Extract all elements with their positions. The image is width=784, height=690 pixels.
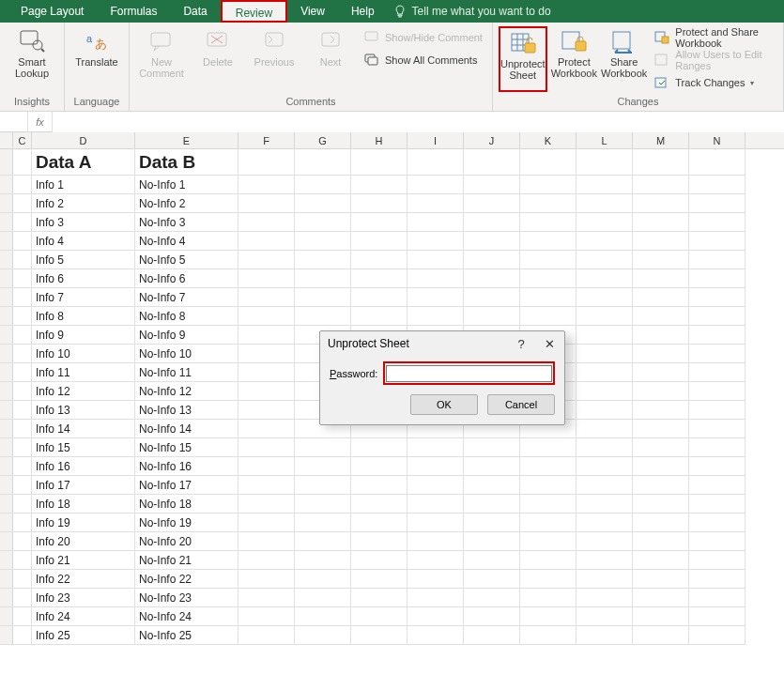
row-header[interactable]	[0, 438, 13, 457]
cell[interactable]	[633, 326, 689, 345]
cell[interactable]	[351, 476, 407, 495]
cell[interactable]	[351, 607, 407, 626]
cell[interactable]	[238, 532, 295, 551]
cell[interactable]: Info 14	[32, 420, 135, 438]
row-header[interactable]	[0, 345, 13, 363]
cell[interactable]: Info 2	[32, 194, 135, 213]
cell[interactable]: Info 6	[32, 269, 135, 288]
cell[interactable]	[13, 194, 32, 213]
cell[interactable]: Info 3	[32, 213, 135, 232]
cell[interactable]: Info 11	[32, 363, 135, 382]
cell[interactable]	[464, 176, 520, 194]
row-header[interactable]	[0, 288, 13, 307]
cell[interactable]: Info 24	[32, 607, 135, 626]
cell[interactable]	[689, 476, 746, 495]
cell[interactable]	[238, 551, 295, 570]
cell[interactable]	[464, 232, 520, 251]
cell[interactable]	[351, 589, 407, 607]
cell[interactable]	[576, 363, 633, 382]
cell[interactable]: Info 18	[32, 495, 135, 514]
cell[interactable]	[295, 307, 351, 326]
cell[interactable]	[13, 326, 32, 345]
cell[interactable]	[13, 363, 32, 382]
cell[interactable]: No-Info 15	[135, 438, 238, 457]
cell[interactable]	[576, 607, 633, 626]
cell[interactable]	[576, 251, 633, 269]
cell[interactable]: Info 5	[32, 251, 135, 269]
cell[interactable]	[633, 194, 689, 213]
cell[interactable]: No-Info 18	[135, 495, 238, 514]
cell[interactable]	[351, 532, 407, 551]
cell[interactable]: Info 1	[32, 176, 135, 194]
cell[interactable]	[689, 589, 746, 607]
cell[interactable]	[520, 232, 576, 251]
cell[interactable]	[464, 495, 520, 514]
cell[interactable]	[633, 570, 689, 589]
cell[interactable]	[238, 251, 295, 269]
cell[interactable]: No-Info 22	[135, 570, 238, 589]
new-comment-button[interactable]: New Comment	[135, 26, 188, 92]
protect-and-share-button[interactable]: Protect and Share Workbook	[651, 28, 777, 47]
cell[interactable]	[295, 626, 351, 645]
cell[interactable]	[576, 495, 633, 514]
cell[interactable]	[633, 232, 689, 251]
col-header-g[interactable]: G	[295, 132, 351, 148]
row-header[interactable]	[0, 213, 13, 232]
cell[interactable]	[520, 194, 576, 213]
cell[interactable]	[576, 213, 633, 232]
cell[interactable]	[633, 345, 689, 363]
cell[interactable]	[13, 607, 32, 626]
cell[interactable]	[633, 589, 689, 607]
row-header[interactable]	[0, 251, 13, 269]
cell[interactable]	[407, 570, 464, 589]
cell[interactable]: Info 4	[32, 232, 135, 251]
cell[interactable]	[520, 626, 576, 645]
cell[interactable]: No-Info 16	[135, 457, 238, 476]
cell[interactable]	[295, 532, 351, 551]
cell[interactable]	[576, 514, 633, 532]
cell[interactable]	[576, 476, 633, 495]
cell[interactable]	[520, 269, 576, 288]
cell[interactable]	[13, 288, 32, 307]
cell[interactable]	[464, 514, 520, 532]
cell[interactable]: Data B	[135, 149, 238, 176]
cell[interactable]	[238, 213, 295, 232]
show-hide-comment-button[interactable]: Show/Hide Comment	[361, 28, 486, 47]
cell[interactable]	[238, 345, 295, 363]
previous-comment-button[interactable]: Previous	[248, 26, 300, 92]
cell[interactable]: No-Info 4	[135, 232, 238, 251]
cell[interactable]: Info 19	[32, 514, 135, 532]
cell[interactable]	[238, 401, 295, 420]
cell[interactable]: No-Info 1	[135, 176, 238, 194]
unprotect-sheet-button[interactable]: Unprotect Sheet	[499, 26, 547, 92]
cell[interactable]: No-Info 2	[135, 194, 238, 213]
cell[interactable]	[464, 438, 520, 457]
cell[interactable]	[238, 363, 295, 382]
cell[interactable]	[689, 149, 746, 176]
cell[interactable]	[407, 495, 464, 514]
cell[interactable]	[13, 401, 32, 420]
cell[interactable]	[238, 269, 295, 288]
dialog-titlebar[interactable]: Unprotect Sheet ? ✕	[320, 331, 564, 356]
cell[interactable]	[633, 532, 689, 551]
cell[interactable]	[407, 176, 464, 194]
cancel-button[interactable]: Cancel	[487, 394, 555, 415]
cell[interactable]	[689, 607, 746, 626]
cell[interactable]	[351, 626, 407, 645]
cell[interactable]: No-Info 25	[135, 626, 238, 645]
cell[interactable]: Info 10	[32, 345, 135, 363]
cell[interactable]	[238, 194, 295, 213]
cell[interactable]	[238, 232, 295, 251]
cell[interactable]	[689, 532, 746, 551]
row-header[interactable]	[0, 551, 13, 570]
cell[interactable]	[13, 570, 32, 589]
row-header[interactable]	[0, 607, 13, 626]
cell[interactable]	[520, 251, 576, 269]
cell[interactable]: Info 9	[32, 326, 135, 345]
row-header[interactable]	[0, 514, 13, 532]
cell[interactable]	[13, 307, 32, 326]
cell[interactable]	[520, 532, 576, 551]
cell[interactable]	[351, 288, 407, 307]
cell[interactable]	[238, 476, 295, 495]
cell[interactable]	[13, 382, 32, 401]
